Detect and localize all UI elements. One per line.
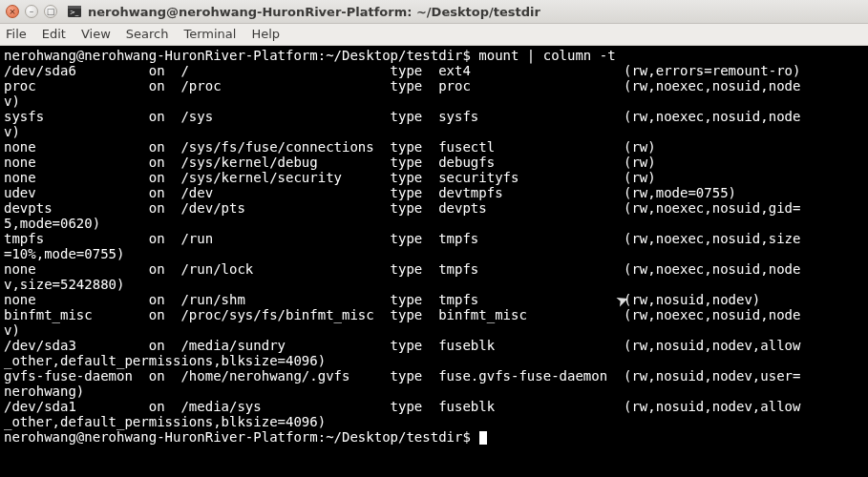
menu-terminal[interactable]: Terminal [176,24,243,45]
menu-help[interactable]: Help [243,24,287,45]
terminal-cursor [479,431,487,445]
window-controls: × – □ [6,5,57,18]
menu-view[interactable]: View [74,24,118,45]
window-title: nerohwang@nerohwang-HuronRiver-Platform:… [88,5,540,19]
window-close-button[interactable]: × [6,5,19,18]
window-maximize-button[interactable]: □ [44,5,57,18]
menu-search[interactable]: Search [118,24,177,45]
terminal-prompt: nerohwang@nerohwang-HuronRiver-Platform:… [4,429,478,445]
window-minimize-button[interactable]: – [25,5,38,18]
terminal-icon: >_ [67,4,82,19]
menu-edit[interactable]: Edit [34,24,74,45]
menu-file[interactable]: File [0,24,34,45]
window-titlebar: × – □ >_ nerohwang@nerohwang-HuronRiver-… [0,0,868,24]
terminal-viewport[interactable]: nerohwang@nerohwang-HuronRiver-Platform:… [0,46,868,477]
menubar: File Edit View Search Terminal Help [0,24,868,46]
svg-text:>_: >_ [70,9,79,16]
